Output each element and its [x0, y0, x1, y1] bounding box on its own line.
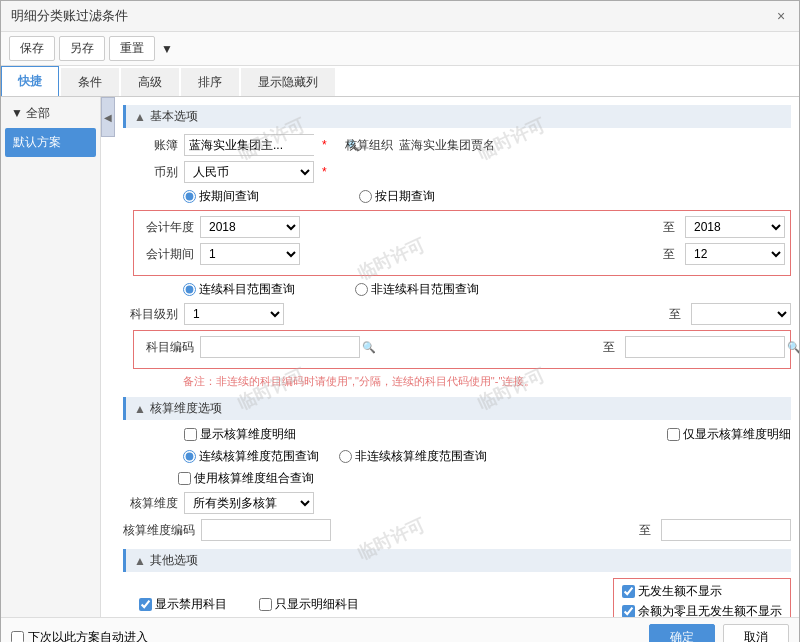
sidebar-item-label: 默认方案 [13, 135, 61, 149]
show-disabled-checkbox[interactable]: 显示禁用科目 [139, 596, 227, 613]
period-query-radio[interactable]: 按期间查询 [183, 188, 259, 205]
year-label: 会计年度 [139, 219, 194, 236]
title-bar: 明细分类账过滤条件 × [1, 1, 799, 32]
date-query-radio[interactable]: 按日期查询 [359, 188, 435, 205]
footer-right: 确定 取消 [649, 624, 789, 642]
cancel-button[interactable]: 取消 [723, 624, 789, 642]
other-row1: 显示禁用科目 只显示明细科目 [123, 578, 791, 617]
subject-code-row: 科目编码 🔍 至 🔍 [139, 336, 785, 358]
year-period-box: 会计年度 2018 至 2018 会计期间 [133, 210, 791, 276]
dim-code-from-input[interactable] [201, 519, 331, 541]
saveas-button[interactable]: 另存 [59, 36, 105, 61]
no-occurrence-row: 无发生额不显示 [622, 583, 782, 600]
sidebar-header: ▼ 全部 [5, 101, 96, 126]
account-input-wrapper: 🔍 [184, 134, 314, 156]
auto-enter-checkbox[interactable] [11, 631, 24, 642]
dropdown-button[interactable]: ▼ [159, 39, 175, 59]
sidebar-all-label: ▼ 全部 [11, 105, 50, 122]
dialog-title: 明细分类账过滤条件 [11, 7, 128, 25]
org-label: 核算组织 [333, 137, 393, 154]
period-label: 会计期间 [139, 246, 194, 263]
org-value: 蓝海实业集团贾名 [399, 137, 495, 154]
tab-sort[interactable]: 排序 [181, 68, 239, 96]
dim-noncontinuous-radio[interactable]: 非连续核算维度范围查询 [339, 448, 487, 465]
balance-zero-label: 余额为零且无发生额不显示 [638, 603, 782, 617]
dim-code-row: 核算维度编码 至 [123, 519, 791, 541]
dim-range-row: 连续核算维度范围查询 非连续核算维度范围查询 [183, 448, 791, 465]
continuous-range-label: 连续科目范围查询 [199, 281, 295, 298]
sidebar: ▼ 全部 默认方案 [1, 97, 101, 617]
other-expand-icon[interactable]: ▲ [134, 554, 146, 568]
dimension-section-title: ▲ 核算维度选项 [123, 397, 791, 420]
only-detail-label: 只显示明细科目 [275, 596, 359, 613]
dimension-select[interactable]: 所有类别多核算 [184, 492, 314, 514]
subject-code-to-search-icon[interactable]: 🔍 [784, 341, 799, 354]
dim-noncontinuous-label: 非连续核算维度范围查询 [355, 448, 487, 465]
content-wrapper: ◀ 临时许可 临时许可 临时许可 临时许可 临时许可 临时许可 ▲ 基本选项 [101, 97, 799, 617]
period-to-label: 至 [659, 246, 679, 263]
dim-checkboxes-row: 显示核算维度明细 仅显示核算维度明细 [123, 426, 791, 443]
expand-icon[interactable]: ▲ [134, 110, 146, 124]
only-show-detail-checkbox[interactable]: 仅显示核算维度明细 [667, 426, 791, 443]
noncontinuous-range-radio[interactable]: 非连续科目范围查询 [355, 281, 479, 298]
save-button[interactable]: 保存 [9, 36, 55, 61]
no-occurrence-box: 无发生额不显示 余额为零且无发生额不显示 [613, 578, 791, 617]
collapse-button[interactable]: ◀ [101, 97, 115, 137]
continuous-range-radio[interactable]: 连续科目范围查询 [183, 281, 295, 298]
subject-code-from-input[interactable] [201, 337, 359, 357]
currency-required: * [322, 165, 327, 179]
range-type-row: 连续科目范围查询 非连续科目范围查询 [183, 281, 791, 298]
only-detail-checkbox[interactable]: 只显示明细科目 [259, 596, 359, 613]
no-occurrence-label: 无发生额不显示 [638, 583, 722, 600]
auto-enter-label: 下次以此方案自动进入 [28, 629, 148, 642]
account-input[interactable] [185, 135, 343, 155]
period-row: 会计期间 1 至 12 [139, 243, 785, 265]
year-to-label: 至 [659, 219, 679, 236]
subject-code-box: 科目编码 🔍 至 🔍 [133, 330, 791, 369]
use-combine-label: 使用核算维度组合查询 [194, 470, 314, 487]
dim-continuous-radio[interactable]: 连续核算维度范围查询 [183, 448, 319, 465]
subject-code-from-search-icon[interactable]: 🔍 [359, 341, 379, 354]
tab-condition[interactable]: 条件 [61, 68, 119, 96]
dim-continuous-label: 连续核算维度范围查询 [199, 448, 319, 465]
year-to-select[interactable]: 2018 [685, 216, 785, 238]
dim-code-label: 核算维度编码 [123, 522, 195, 539]
currency-label: 币别 [123, 164, 178, 181]
account-label: 账簿 [123, 137, 178, 154]
reset-button[interactable]: 重置 [109, 36, 155, 61]
footer: 下次以此方案自动进入 确定 取消 [1, 617, 799, 642]
date-query-label: 按日期查询 [375, 188, 435, 205]
tab-hidden-columns[interactable]: 显示隐藏列 [241, 68, 335, 96]
confirm-button[interactable]: 确定 [649, 624, 715, 642]
period-query-label: 按期间查询 [199, 188, 259, 205]
toolbar: 保存 另存 重置 ▼ [1, 32, 799, 66]
close-button[interactable]: × [773, 8, 789, 24]
subject-level-from-select[interactable]: 1 [184, 303, 284, 325]
period-to-select[interactable]: 12 [685, 243, 785, 265]
other-section: ▲ 其他选项 显示禁用科目 只显示明细科目 [123, 549, 791, 617]
main-content: ▼ 全部 默认方案 ◀ 临时许可 临时许可 临时许可 临时许可 临时许可 临时许… [1, 97, 799, 617]
dim-code-to-label: 至 [635, 522, 655, 539]
period-from-select[interactable]: 1 [200, 243, 300, 265]
subject-level-to-select[interactable] [691, 303, 791, 325]
year-row: 会计年度 2018 至 2018 [139, 216, 785, 238]
balance-zero-checkbox[interactable]: 余额为零且无发生额不显示 [622, 603, 782, 617]
use-combine-checkbox[interactable]: 使用核算维度组合查询 [178, 470, 314, 487]
currency-select[interactable]: 人民币 [184, 161, 314, 183]
subject-level-label: 科目级别 [123, 306, 178, 323]
subject-code-to-input[interactable] [626, 337, 784, 357]
show-detail-checkbox[interactable]: 显示核算维度明细 [184, 426, 296, 443]
tab-shortcut[interactable]: 快捷 [1, 66, 59, 96]
show-detail-label: 显示核算维度明细 [200, 426, 296, 443]
basic-section-title: ▲ 基本选项 [123, 105, 791, 128]
sidebar-item-default[interactable]: 默认方案 [5, 128, 96, 157]
account-row: 账簿 🔍 * 核算组织 蓝海实业集团贾名 [123, 134, 791, 156]
dim-code-to-input[interactable] [661, 519, 791, 541]
year-from-select[interactable]: 2018 [200, 216, 300, 238]
tab-advanced[interactable]: 高级 [121, 68, 179, 96]
no-occurrence-checkbox[interactable]: 无发生额不显示 [622, 583, 722, 600]
dimension-section: ▲ 核算维度选项 显示核算维度明细 仅显示核算维度明细 [123, 397, 791, 541]
balance-zero-row: 余额为零且无发生额不显示 [622, 603, 782, 617]
dim-expand-icon[interactable]: ▲ [134, 402, 146, 416]
content-area: 临时许可 临时许可 临时许可 临时许可 临时许可 临时许可 ▲ 基本选项 账簿 [115, 97, 799, 617]
